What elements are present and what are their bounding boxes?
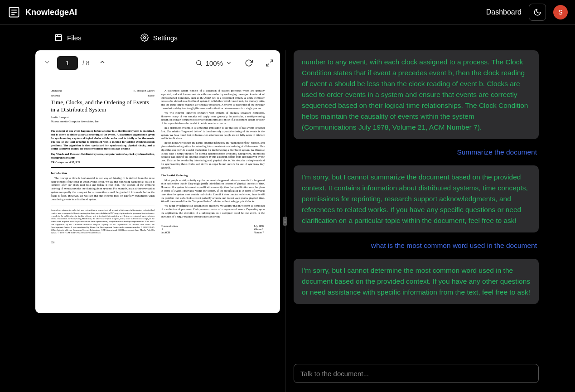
zoom-control[interactable]: 100%: [195, 59, 232, 67]
theme-toggle-button[interactable]: [529, 4, 546, 21]
svg-rect-4: [55, 34, 62, 41]
pdf-container: / 8 100%: [35, 50, 280, 313]
pdf-meta-right2: Editor: [148, 94, 155, 98]
user-message: Summarize the document: [294, 147, 539, 157]
chevron-down-icon[interactable]: [42, 57, 53, 69]
pdf-author: Leslie Lamport: [51, 116, 155, 119]
pdf-page: Operating R. Stockton Gaines Systems Edi…: [44, 76, 271, 248]
pdf-meta-left1: Operating: [51, 89, 62, 93]
svg-line-11: [266, 64, 269, 66]
main-content: / 8 100%: [0, 50, 575, 392]
fullscreen-icon[interactable]: [266, 59, 274, 67]
pdf-c2-p3: In a distributed system, it is sometimes…: [161, 126, 265, 140]
pdf-meta-left2: Systems: [51, 94, 60, 98]
search-icon: [195, 59, 203, 67]
pdf-intro-body: The concept of time is fundamental to ou…: [51, 177, 155, 202]
pdf-fineprint: General permission to make fair use in t…: [51, 209, 155, 234]
tab-files[interactable]: Files: [54, 34, 82, 42]
pdf-abstract: The concept of one event happening befor…: [51, 130, 155, 151]
pdf-footer-c1: Communications: [161, 225, 178, 228]
tab-settings[interactable]: Settings: [140, 34, 178, 42]
pdf-footer-c2: of: [161, 228, 178, 231]
panel-splitter[interactable]: [281, 50, 289, 392]
pdf-c2-p4: In this paper, we discuss the partial or…: [161, 141, 265, 169]
svg-line-9: [200, 64, 202, 66]
pdf-c2-p1: A distributed system consists of a colle…: [161, 89, 265, 111]
ai-message: I'm sorry, but I cannot summarize the do…: [294, 165, 539, 232]
pdf-partial-heading: The Partial Ordering: [161, 174, 265, 177]
app-name: KnowledgeAI: [25, 8, 77, 17]
page-total: / 8: [82, 59, 90, 67]
files-icon: [54, 34, 63, 42]
avatar[interactable]: S: [553, 5, 568, 19]
pdf-affil: Massachusetts Computer Associates, Inc.: [51, 120, 155, 123]
zoom-value: 100%: [206, 59, 223, 67]
svg-line-10: [271, 60, 273, 62]
ai-message: I'm sorry, but I cannot determine the mo…: [294, 259, 539, 304]
svg-point-8: [196, 61, 200, 65]
svg-point-7: [143, 37, 145, 39]
chevron-down-icon: [226, 60, 232, 66]
dashboard-link[interactable]: Dashboard: [486, 8, 522, 16]
tab-files-label: Files: [67, 34, 82, 42]
chat-input-wrapper: [289, 360, 543, 392]
ai-message: number to any event, with each clock ass…: [294, 50, 539, 139]
pdf-footer-c3: the ACM: [161, 231, 178, 234]
pdf-keywords: Key Words and Phrases: distributed syste…: [51, 153, 155, 160]
pdf-col-right: A distributed system consists of a colle…: [161, 89, 265, 244]
chat-input[interactable]: [294, 364, 539, 383]
pdf-c2-p5: Most people would probably say that an e…: [161, 179, 265, 204]
app-logo-icon: [7, 5, 21, 19]
header-right: Dashboard S: [486, 4, 568, 21]
pdf-intro-heading: Introduction: [51, 171, 155, 175]
chevron-up-icon[interactable]: [97, 57, 108, 69]
pdf-cr: CR Categories: 4.32, 5.29: [51, 161, 155, 165]
page-number-input[interactable]: [57, 56, 78, 70]
user-message: what is the most common word used in the…: [294, 241, 539, 251]
tabs-bar: Files Settings: [0, 25, 575, 50]
gear-icon: [140, 34, 149, 42]
pdf-c2-p6: We begin by defining our system more pre…: [161, 204, 265, 218]
chat-scroll[interactable]: number to any event, with each clock ass…: [289, 50, 543, 360]
pdf-meta-right1: R. Stockton Gaines: [134, 89, 155, 93]
pdf-toolbar: / 8 100%: [35, 50, 280, 76]
app-header: KnowledgeAI Dashboard S: [0, 0, 575, 25]
tab-settings-label: Settings: [153, 34, 178, 42]
pdf-title: Time, Clocks, and the Ordering of Events…: [51, 99, 155, 113]
header-left: KnowledgeAI: [7, 5, 77, 19]
pdf-footer-r1: July 1978: [254, 225, 265, 228]
pdf-footer-r3: Number 7: [254, 231, 265, 234]
drag-handle-icon: [283, 217, 287, 226]
moon-icon: [533, 8, 541, 16]
pdf-col-left: Operating R. Stockton Gaines Systems Edi…: [51, 89, 155, 244]
pdf-scroll[interactable]: Operating R. Stockton Gaines Systems Edi…: [35, 76, 280, 313]
avatar-initial: S: [558, 9, 562, 16]
pdf-c2-p2: We will concern ourselves primarily with…: [161, 111, 265, 126]
pdf-footer-r2: Volume 21: [254, 228, 265, 231]
pdf-footer-pagenum: 558: [51, 241, 54, 244]
refresh-icon[interactable]: [245, 59, 253, 67]
chat-panel: number to any event, with each clock ass…: [289, 50, 575, 392]
pdf-panel: / 8 100%: [0, 50, 281, 392]
